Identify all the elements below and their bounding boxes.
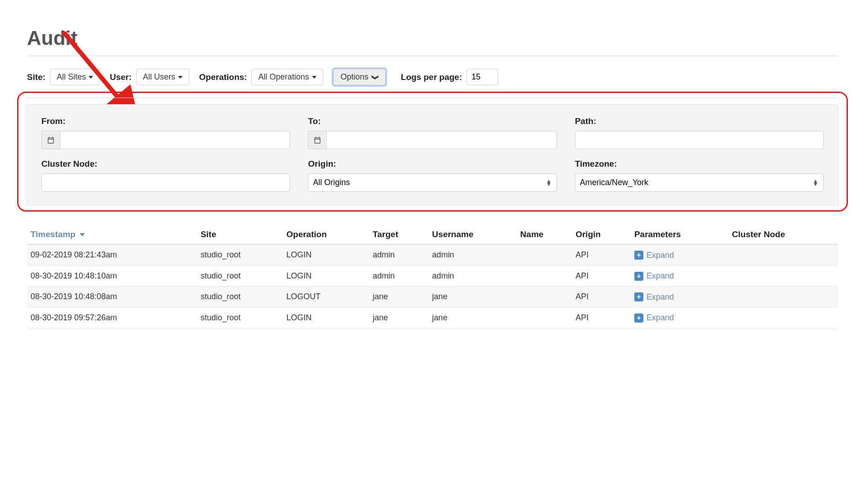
cell-username: jane (428, 307, 517, 328)
sort-desc-icon (80, 233, 85, 236)
plus-icon: + (634, 272, 643, 281)
operations-dropdown[interactable]: All Operations (251, 69, 323, 85)
path-label: Path: (575, 116, 824, 126)
calendar-icon[interactable] (41, 131, 60, 149)
col-cluster-node[interactable]: Cluster Node (728, 225, 838, 244)
col-operation[interactable]: Operation (283, 225, 369, 244)
cell-origin: API (572, 287, 631, 308)
cell-name (517, 265, 572, 287)
caret-down-icon (89, 76, 93, 79)
cell-operation: LOGIN (283, 265, 369, 287)
col-origin[interactable]: Origin (572, 225, 631, 244)
expand-button[interactable]: +Expand (634, 271, 674, 281)
cluster-node-field: Cluster Node: (41, 159, 290, 192)
col-site[interactable]: Site (197, 225, 283, 244)
page-title: Audit (27, 27, 838, 49)
cell-target: jane (369, 287, 428, 308)
cell-origin: API (572, 265, 631, 287)
from-label: From: (41, 116, 290, 126)
expand-label: Expand (647, 313, 674, 323)
col-parameters[interactable]: Parameters (631, 225, 728, 244)
cell-username: admin (428, 265, 517, 287)
expand-label: Expand (647, 292, 674, 302)
to-input[interactable] (326, 131, 557, 149)
filter-row: Site: All Sites User: All Users Operatio… (27, 69, 838, 85)
cell-site: studio_root (197, 307, 283, 328)
plus-icon: + (634, 314, 643, 323)
caret-down-icon (312, 76, 317, 79)
timezone-field: Timezone: ▲▼ (575, 159, 824, 192)
cell-parameters: +Expand (631, 307, 728, 328)
cell-timestamp: 08-30-2019 10:48:10am (27, 265, 197, 287)
cell-name (517, 307, 572, 328)
cell-target: admin (369, 244, 428, 265)
timezone-label: Timezone: (575, 159, 824, 169)
from-input[interactable] (60, 131, 290, 149)
options-button[interactable]: Options ❯ (333, 69, 386, 85)
options-button-label: Options (341, 72, 369, 82)
plus-icon: + (634, 292, 643, 301)
cell-cluster-node (728, 287, 838, 308)
col-name[interactable]: Name (517, 225, 572, 244)
cell-name (517, 287, 572, 308)
origin-field: Origin: ▲▼ (308, 159, 557, 192)
to-label: To: (308, 116, 557, 126)
plus-icon: + (634, 251, 643, 260)
caret-down-icon (178, 76, 183, 79)
options-highlight: From: To: (17, 92, 848, 212)
cell-operation: LOGIN (283, 244, 369, 265)
from-field: From: (41, 116, 290, 149)
expand-button[interactable]: +Expand (634, 251, 674, 260)
chevron-down-icon: ❯ (371, 74, 379, 80)
cell-site: studio_root (197, 287, 283, 308)
cell-operation: LOGOUT (283, 287, 369, 308)
cluster-node-input[interactable] (41, 173, 290, 192)
expand-label: Expand (647, 271, 674, 281)
table-row: 08-30-2019 10:48:10amstudio_rootLOGINadm… (27, 265, 838, 287)
operations-label: Operations: (199, 72, 247, 82)
title-divider (27, 56, 838, 56)
path-field: Path: (575, 116, 824, 149)
col-timestamp[interactable]: Timestamp (27, 225, 197, 244)
cell-parameters: +Expand (631, 244, 728, 265)
table-row: 08-30-2019 10:48:08amstudio_rootLOGOUTja… (27, 287, 838, 308)
cell-operation: LOGIN (283, 307, 369, 328)
path-input[interactable] (575, 131, 824, 149)
col-timestamp-label: Timestamp (31, 230, 76, 239)
user-label: User: (110, 72, 132, 82)
expand-button[interactable]: +Expand (634, 313, 674, 323)
user-dropdown[interactable]: All Users (136, 69, 189, 85)
cell-name (517, 244, 572, 265)
logs-per-page-input[interactable] (467, 69, 498, 85)
cell-origin: API (572, 307, 631, 328)
logs-per-page-label: Logs per page: (401, 72, 462, 82)
cell-site: studio_root (197, 265, 283, 287)
cell-cluster-node (728, 307, 838, 328)
table-row: 08-30-2019 09:57:26amstudio_rootLOGINjan… (27, 307, 838, 328)
col-target[interactable]: Target (369, 225, 428, 244)
operations-dropdown-value: All Operations (258, 72, 309, 82)
panel-top-divider (27, 97, 838, 98)
cluster-node-label: Cluster Node: (41, 159, 290, 169)
cell-cluster-node (728, 244, 838, 265)
origin-label: Origin: (308, 159, 557, 169)
cell-target: admin (369, 265, 428, 287)
table-row: 09-02-2019 08:21:43amstudio_rootLOGINadm… (27, 244, 838, 265)
cell-parameters: +Expand (631, 287, 728, 308)
col-username[interactable]: Username (428, 225, 517, 244)
to-field: To: (308, 116, 557, 149)
cell-target: jane (369, 307, 428, 328)
audit-table: Timestamp Site Operation Target Username… (27, 225, 838, 328)
user-dropdown-value: All Users (143, 72, 175, 82)
cell-cluster-node (728, 265, 838, 287)
timezone-select[interactable] (575, 173, 824, 192)
calendar-icon[interactable] (308, 131, 326, 149)
cell-parameters: +Expand (631, 265, 728, 287)
site-dropdown[interactable]: All Sites (50, 69, 100, 85)
cell-username: jane (428, 287, 517, 308)
site-dropdown-value: All Sites (57, 72, 86, 82)
origin-select[interactable] (308, 173, 557, 192)
expand-button[interactable]: +Expand (634, 292, 674, 302)
site-label: Site: (27, 72, 45, 82)
cell-timestamp: 08-30-2019 09:57:26am (27, 307, 197, 328)
